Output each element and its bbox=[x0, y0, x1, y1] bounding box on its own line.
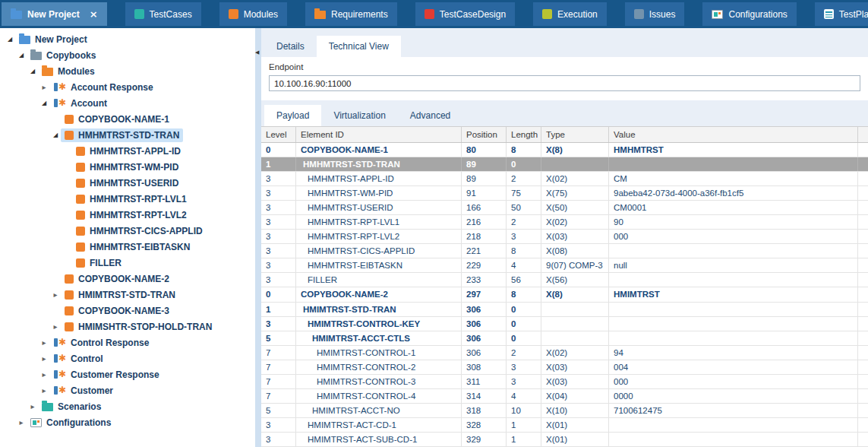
expand-arrow-icon[interactable]: ▸ bbox=[50, 290, 61, 299]
column-header-position[interactable]: Position bbox=[462, 127, 507, 142]
tree-item-configurations[interactable]: ▸Configurations bbox=[0, 414, 255, 430]
tab-details[interactable]: Details bbox=[264, 36, 317, 57]
expand-arrow-icon[interactable]: ◢ bbox=[50, 132, 61, 138]
expand-arrow-icon[interactable]: ▸ bbox=[39, 370, 49, 379]
tree-item-hmhmtrst-cics-applid[interactable]: HMHMTRST-CICS-APPLID bbox=[0, 223, 255, 239]
tab-advanced[interactable]: Advanced bbox=[398, 105, 462, 126]
table-row[interactable]: 0COPYBOOK-NAME-1808X(8)HMHMTRST bbox=[261, 143, 868, 157]
tab-configurations[interactable]: Configurations bbox=[702, 2, 796, 26]
testplanning-doc-icon bbox=[824, 9, 834, 19]
project-folder-icon bbox=[11, 11, 22, 19]
table-row[interactable]: 3FILLER23356X(56) bbox=[261, 273, 868, 287]
column-header-level[interactable]: Level bbox=[261, 127, 296, 142]
endpoint-input[interactable] bbox=[269, 75, 860, 91]
expand-arrow-icon[interactable]: ◢ bbox=[5, 36, 15, 43]
table-row[interactable]: 3HMHMTRST-APPL-ID892X(02)CM bbox=[261, 172, 868, 186]
tab-issues[interactable]: Issues bbox=[625, 2, 685, 26]
tree-item-copybook-name-2[interactable]: COPYBOOK-NAME-2 bbox=[0, 271, 255, 287]
tree-item-scenarios[interactable]: ▸Scenarios bbox=[0, 398, 255, 414]
level-cell: 3 bbox=[261, 418, 296, 432]
table-row[interactable]: 3HMIMTRST-ACT-SUB-CD-13291X(01) bbox=[261, 433, 868, 447]
tree-item-modules[interactable]: ◢Modules bbox=[0, 63, 255, 79]
level-cell: 5 bbox=[261, 404, 296, 417]
tab-modules[interactable]: Modules bbox=[219, 2, 287, 26]
expand-arrow-icon[interactable]: ▸ bbox=[50, 322, 61, 331]
expand-arrow-icon[interactable]: ▸ bbox=[16, 418, 27, 426]
expand-arrow-icon[interactable]: ◢ bbox=[27, 68, 38, 74]
tab-execution[interactable]: Execution bbox=[533, 2, 607, 26]
element-id-cell: HMIMTRST-CONTROL-3 bbox=[296, 375, 462, 388]
filler-cell bbox=[858, 331, 868, 345]
element-id-cell: HMIMTRST-CONTROL-4 bbox=[296, 389, 462, 403]
expand-arrow-icon[interactable]: ◢ bbox=[39, 100, 49, 106]
table-row[interactable]: 3HMHMTRST-USERID16650X(50)CM0001 bbox=[261, 201, 868, 215]
tree-item-new-project[interactable]: ◢New Project bbox=[0, 31, 255, 47]
table-row[interactable]: 3HMHMTRST-CICS-APPLID2218X(08) bbox=[261, 244, 868, 258]
table-row[interactable]: 1HMHMTRST-STD-TRAN890 bbox=[261, 157, 868, 172]
expand-arrow-icon[interactable]: ▸ bbox=[39, 83, 49, 91]
table-row[interactable]: 3HMIMTRST-ACT-CD-13281X(01) bbox=[261, 418, 868, 433]
column-header-type[interactable]: Type bbox=[541, 127, 609, 142]
table-row[interactable]: 1HMIMTRST-STD-TRAN3060 bbox=[261, 303, 868, 317]
table-row[interactable]: 5HMIMTRST-ACCT-CTLS3060 bbox=[261, 331, 868, 346]
tree-item-account-response[interactable]: ▸Account Response bbox=[0, 79, 255, 95]
tree-item-hmhmtrst-rpt-lvl1[interactable]: HMHMTRST-RPT-LVL1 bbox=[0, 191, 255, 207]
tree-item-copybook-name-1[interactable]: COPYBOOK-NAME-1 bbox=[0, 111, 255, 127]
tab-new-project[interactable]: New Project× bbox=[2, 2, 107, 26]
position-cell: 318 bbox=[462, 404, 507, 417]
tree-item-hmhmtrst-eibtaskn[interactable]: HMHMTRST-EIBTASKN bbox=[0, 239, 255, 255]
column-header-value[interactable]: Value bbox=[609, 127, 858, 142]
tree-item-control-response[interactable]: ▸Control Response bbox=[0, 334, 255, 350]
filler-cell bbox=[858, 389, 868, 403]
tree-item-copybooks[interactable]: ◢Copybooks bbox=[0, 47, 255, 63]
value-cell: 7100612475 bbox=[609, 404, 858, 417]
tab-technical-view[interactable]: Technical View bbox=[317, 36, 401, 57]
main-panel: DetailsTechnical View Endpoint PayloadVi… bbox=[261, 28, 868, 447]
table-row[interactable]: 7HMIMTRST-CONTROL-33113X(03)000 bbox=[261, 375, 868, 389]
tab-requirements[interactable]: Requirements bbox=[305, 2, 397, 26]
table-row[interactable]: 5HMIMTRST-ACCT-NO31810X(10)7100612475 bbox=[261, 404, 868, 418]
panel-splitter[interactable]: ◀ bbox=[255, 28, 261, 447]
table-row[interactable]: 7HMIMTRST-CONTROL-23083X(03)004 bbox=[261, 360, 868, 375]
column-header-length[interactable]: Length bbox=[507, 127, 541, 142]
tree-item-control[interactable]: ▸Control bbox=[0, 350, 255, 366]
issues-square-icon bbox=[634, 9, 644, 19]
tree-item-hmimtrst-std-tran[interactable]: ▸HMIMTRST-STD-TRAN bbox=[0, 287, 255, 303]
tree-item-customer[interactable]: ▸Customer bbox=[0, 382, 255, 398]
expand-arrow-icon[interactable]: ◢ bbox=[16, 52, 27, 59]
filler-cell bbox=[858, 404, 868, 417]
expand-arrow-icon[interactable]: ▸ bbox=[27, 402, 38, 411]
expand-arrow-icon[interactable]: ▸ bbox=[39, 354, 49, 363]
tree-item-hmhmtrst-std-tran[interactable]: ◢HMHMTRST-STD-TRAN bbox=[0, 127, 255, 143]
table-row[interactable]: 3HMHMTRST-WM-PID9175X(75)9abeba42-073d-4… bbox=[261, 186, 868, 201]
tab-testcases[interactable]: TestCases bbox=[125, 2, 201, 26]
tree-item-customer-response[interactable]: ▸Customer Response bbox=[0, 366, 255, 382]
collapse-panel-icon[interactable]: ◀ bbox=[255, 49, 259, 55]
tree-item-hmimshtr-stop-hold-tran[interactable]: ▸HMIMSHTR-STOP-HOLD-TRAN bbox=[0, 319, 255, 334]
tab-testplanning[interactable]: TestPlanning bbox=[815, 2, 868, 26]
table-row[interactable]: 3HMHMTRST-RPT-LVL12162X(02)90 bbox=[261, 215, 868, 230]
tree-item-label: Customer bbox=[71, 385, 113, 396]
tree-item-hmhmtrst-userid[interactable]: HMHMTRST-USERID bbox=[0, 175, 255, 191]
table-row[interactable]: 3HMHMTRST-EIBTASKN22949(07) COMP-3null bbox=[261, 258, 868, 273]
tab-payload[interactable]: Payload bbox=[264, 105, 321, 126]
tab-virtualization[interactable]: Virtualization bbox=[321, 105, 397, 126]
tab-testcasedesign[interactable]: TestCaseDesign bbox=[415, 2, 515, 26]
column-header-element-id[interactable]: Element ID bbox=[296, 127, 462, 142]
close-tab-icon[interactable]: × bbox=[90, 9, 98, 19]
table-row[interactable]: 7HMIMTRST-CONTROL-13062X(02)94 bbox=[261, 346, 868, 360]
level-cell: 0 bbox=[261, 143, 296, 157]
tree-item-hmhmtrst-wm-pid[interactable]: HMHMTRST-WM-PID bbox=[0, 159, 255, 175]
tree-item-copybook-name-3[interactable]: COPYBOOK-NAME-3 bbox=[0, 303, 255, 319]
expand-arrow-icon[interactable]: ▸ bbox=[39, 386, 49, 395]
table-row[interactable]: 3HMIMTRST-CONTROL-KEY3060 bbox=[261, 317, 868, 331]
tree-item-hmhmtrst-rpt-lvl2[interactable]: HMHMTRST-RPT-LVL2 bbox=[0, 207, 255, 223]
table-row[interactable]: 0COPYBOOK-NAME-22978X(8)HMIMTRST bbox=[261, 287, 868, 302]
tree-item-account[interactable]: ◢Account bbox=[0, 95, 255, 111]
expand-arrow-icon[interactable]: ▸ bbox=[39, 338, 49, 347]
level-cell: 3 bbox=[261, 201, 296, 214]
table-row[interactable]: 3HMHMTRST-RPT-LVL22183X(03)000 bbox=[261, 230, 868, 244]
tree-item-hmhmtrst-appl-id[interactable]: HMHMTRST-APPL-ID bbox=[0, 143, 255, 159]
table-row[interactable]: 7HMIMTRST-CONTROL-43144X(04)0000 bbox=[261, 389, 868, 404]
tree-item-filler[interactable]: FILLER bbox=[0, 255, 255, 271]
